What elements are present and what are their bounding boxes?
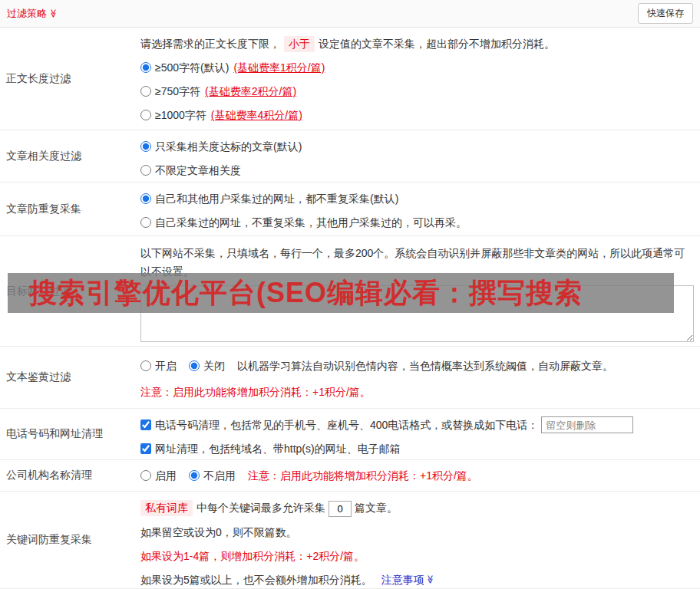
option-text: 开启 [155,357,177,374]
porn-filter-fee-note: 注意：启用此功能将增加积分消耗：+1积分/篇。 [140,383,694,400]
keyword-note-five: 如果设为5篇或以上，也不会额外增加积分消耗。 注意事项 ≫ [140,571,694,588]
option-text: ≥750字符 [155,83,200,100]
limit-text-end: 篇文章。 [355,502,398,514]
target-filter-label: 目标网站过滤 [0,236,134,346]
company-option-on-label[interactable]: 启用 [140,467,177,484]
option-text: 不限定文章相关度 [155,162,241,179]
porn-filter-options: 开启 关闭 以机器学习算法自动识别色情内容，当色情概率达到系统阈值，自动屏蔽文章… [140,357,694,374]
dedup-radio-global[interactable] [140,193,151,204]
company-radio-off[interactable] [189,470,200,481]
keyword-note-fee: 如果设为1-4篇，则增加积分消耗：+2积分/篇。 [140,548,694,564]
porn-radio-on[interactable] [140,360,151,371]
phone-cleanup-checkbox-label[interactable]: 电话号码清理，包括常见的手机号、座机号、400电话格式，或替换成如下电话： [140,416,538,433]
length-filter-intro: 请选择需求的正文长度下限，小于设定值的文章不采集，超出部分不增加积分消耗。 [140,35,694,52]
page-title-text: 过滤策略 [7,7,47,21]
length-radio-500[interactable] [140,62,151,73]
dedup-option-self-label[interactable]: 自己采集过的网址，不重复采集，其他用户采集过的，可以再采。 [140,214,467,231]
row-relevance-filter: 文章相关度过滤 只采集相关度达标的文章(默认) 不限定文章相关度 [0,130,700,183]
length-filter-content: 请选择需求的正文长度下限，小于设定值的文章不采集，超出部分不增加积分消耗。 ≥5… [134,28,700,130]
length-option-1000-label[interactable]: ≥1000字符 [140,107,206,123]
keyword-note-zero: 如果留空或设为0，则不限篇数。 [140,524,694,541]
chevron-down-icon: ≫ [426,575,434,584]
phone-cleanup-checkbox[interactable] [140,420,151,430]
notes-link[interactable]: 注意事项 ≫ [381,571,435,588]
option-text: 只采集相关度达标的文章(默认) [155,138,302,155]
company-cleanup-fee-note: 注意：启用此功能将增加积分消耗：+1积分/篇。 [248,467,478,484]
target-filter-intro: 以下网站不采集，只填域名，每行一个，最多200个。系统会自动识别并屏蔽那些非文章… [140,244,694,281]
note-text: 如果设为5篇或以上，也不会额外增加积分消耗。 [140,574,372,586]
option-text: 自己和其他用户采集过的网址，都不重复采集(默认) [155,190,398,207]
url-cleanup-checkbox-label[interactable]: 网址清理，包括纯域名、带http(s)的网址、电子邮箱 [140,440,401,457]
relevance-filter-content: 只采集相关度达标的文章(默认) 不限定文章相关度 [134,130,700,182]
chevron-down-icon: ≫ [49,9,58,18]
dedup-option-global-label[interactable]: 自己和其他用户采集过的网址，都不重复采集(默认) [140,190,398,207]
phone-cleanup-line: 电话号码清理，包括常见的手机号、座机号、400电话格式，或替换成如下电话： [140,416,694,433]
private-thesaurus-tag[interactable]: 私有词库 [140,500,193,516]
option-text: ≥1000字符 [155,107,206,123]
length-option-500: ≥500字符(默认) (基础费率1积分/篇) [140,59,694,76]
intro-pre: 请选择需求的正文长度下限， [140,38,280,50]
phone-url-cleanup-content: 电话号码清理，包括常见的手机号、座机号、400电话格式，或替换成如下电话： 网址… [134,409,700,459]
row-phone-url-cleanup: 电话号码和网址清理 电话号码清理，包括常见的手机号、座机号、400电话格式，或替… [0,409,700,460]
porn-filter-label: 文本鉴黄过滤 [0,347,134,408]
target-filter-content: 以下网站不采集，只填域名，每行一个，最多200个。系统会自动识别并屏蔽那些非文章… [134,236,700,346]
row-porn-filter: 文本鉴黄过滤 开启 关闭 以机器学习算法自动识别色情内容，当色情概率达到系统阈值… [0,347,700,409]
option-fee-note: (基础费率1积分/篇) [233,59,325,76]
row-keyword-dedup: 关键词防重复采集 私有词库中每个关键词最多允许采集篇文章。 如果留空或设为0，则… [0,492,700,589]
relevance-option-any: 不限定文章相关度 [140,162,694,179]
option-text: 关闭 [203,357,225,374]
relevance-radio-strict[interactable] [140,141,151,152]
url-cleanup-checkbox[interactable] [140,443,151,454]
porn-filter-content: 开启 关闭 以机器学习算法自动识别色情内容，当色情概率达到系统阈值，自动屏蔽文章… [134,347,700,408]
dedup-option-self: 自己采集过的网址，不重复采集，其他用户采集过的，可以再采。 [140,214,694,231]
length-option-750-label[interactable]: ≥750字符 [140,83,200,100]
option-fee-note: (基础费率4积分/篇) [211,107,302,123]
blocked-domains-textarea[interactable] [140,285,694,342]
option-text: 自己采集过的网址，不重复采集，其他用户采集过的，可以再采。 [155,214,467,231]
keyword-limit-input[interactable] [329,501,352,517]
dedup-radio-self[interactable] [140,217,151,228]
company-radio-on[interactable] [140,470,151,481]
dedup-option-global: 自己和其他用户采集过的网址，都不重复采集(默认) [140,190,694,207]
option-fee-note: (基础费率2积分/篇) [205,83,296,100]
relevance-filter-label: 文章相关度过滤 [0,130,134,182]
quick-save-button[interactable]: 快速保存 [638,3,693,24]
filter-strategy-page: 过滤策略 ≫ 快速保存 正文长度过滤 请选择需求的正文长度下限，小于设定值的文章… [0,0,700,589]
porn-option-on-label[interactable]: 开启 [140,357,177,374]
option-text: ≥500字符(默认) [155,59,229,76]
company-option-off-label[interactable]: 不启用 [189,467,236,484]
porn-option-off-label[interactable]: 关闭 [189,357,225,374]
checkbox-text: 电话号码清理，包括常见的手机号、座机号、400电话格式，或替换成如下电话： [155,416,538,433]
keyword-limit-line: 私有词库中每个关键词最多允许采集篇文章。 [140,499,694,517]
row-target-filter: 目标网站过滤 以下网站不采集，只填域名，每行一个，最多200个。系统会自动识别并… [0,236,700,347]
topbar: 过滤策略 ≫ 快速保存 [0,0,700,28]
keyword-dedup-label: 关键词防重复采集 [0,492,134,588]
length-option-500-label[interactable]: ≥500字符(默认) [140,59,229,76]
length-radio-750[interactable] [140,86,151,97]
phone-url-cleanup-label: 电话号码和网址清理 [0,409,134,459]
relevance-option-strict-label[interactable]: 只采集相关度达标的文章(默认) [140,138,302,155]
row-dedup-filter: 文章防重复采集 自己和其他用户采集过的网址，都不重复采集(默认) 自己采集过的网… [0,183,700,236]
option-text: 不启用 [203,467,236,484]
notes-link-text: 注意事项 [381,571,424,588]
dedup-filter-content: 自己和其他用户采集过的网址，都不重复采集(默认) 自己采集过的网址，不重复采集，… [134,183,700,235]
length-option-750: ≥750字符 (基础费率2积分/篇) [140,83,694,100]
length-radio-1000[interactable] [140,110,151,120]
relevance-radio-any[interactable] [140,165,151,176]
intro-post: 设定值的文章不采集，超出部分不增加积分消耗。 [319,38,555,50]
replacement-phone-input[interactable] [541,416,633,433]
porn-filter-desc: 以机器学习算法自动识别色情内容，当色情概率达到系统阈值，自动屏蔽文章。 [237,357,613,374]
url-cleanup-line: 网址清理，包括纯域名、带http(s)的网址、电子邮箱 [140,440,694,457]
company-cleanup-label: 公司机构名称清理 [0,460,134,491]
company-cleanup-options: 启用 不启用 注意：启用此功能将增加积分消耗：+1积分/篇。 [140,467,694,484]
option-text: 启用 [155,467,177,484]
company-cleanup-content: 启用 不启用 注意：启用此功能将增加积分消耗：+1积分/篇。 [134,460,700,491]
porn-radio-off[interactable] [189,360,200,371]
length-filter-label: 正文长度过滤 [0,28,134,130]
page-title[interactable]: 过滤策略 ≫ [7,7,58,21]
relevance-option-any-label[interactable]: 不限定文章相关度 [140,162,241,179]
length-option-1000: ≥1000字符 (基础费率4积分/篇) [140,107,694,123]
row-company-cleanup: 公司机构名称清理 启用 不启用 注意：启用此功能将增加积分消耗：+1积分/篇。 [0,460,700,492]
relevance-option-strict: 只采集相关度达标的文章(默认) [140,138,694,155]
dedup-filter-label: 文章防重复采集 [0,183,134,235]
